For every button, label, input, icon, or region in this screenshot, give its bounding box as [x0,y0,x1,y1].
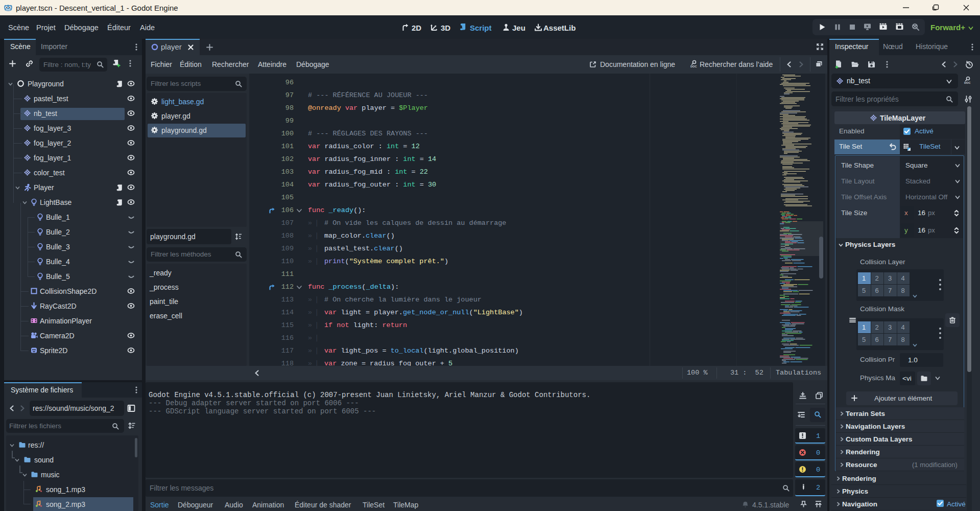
svg-text:DOC: DOC [690,65,697,68]
svg-text:DOC: DOC [964,81,970,84]
